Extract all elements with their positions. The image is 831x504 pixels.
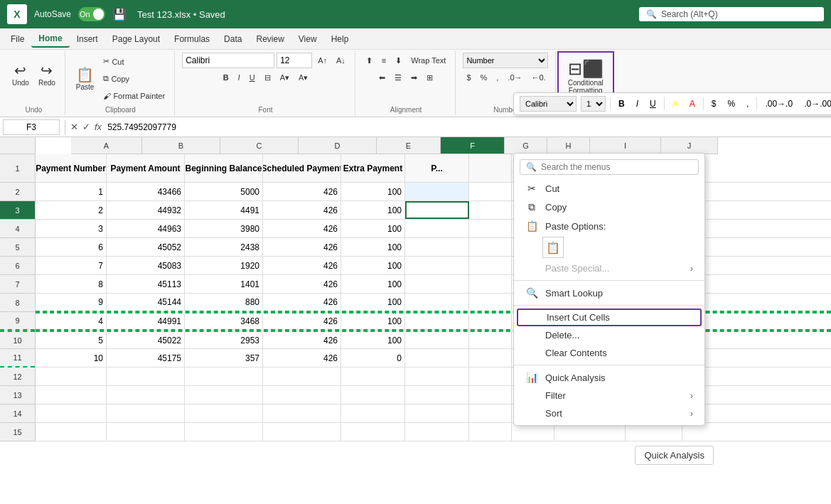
- mini-decrease-decimal[interactable]: .00→.0: [761, 97, 796, 110]
- row-num-5[interactable]: 5: [0, 238, 35, 257]
- cell-c7[interactable]: 1401: [185, 275, 263, 293]
- format-painter-button[interactable]: 🖌Format Painter: [100, 88, 168, 104]
- cell-b6[interactable]: 45083: [107, 257, 185, 274]
- increase-decimal-button[interactable]: .0→: [504, 70, 525, 85]
- menu-view[interactable]: View: [291, 31, 324, 47]
- paste-icon-btn[interactable]: 📋: [542, 237, 564, 258]
- menu-insert[interactable]: Insert: [70, 31, 105, 47]
- cell-e6[interactable]: 100: [341, 257, 405, 274]
- ctx-paste-options[interactable]: 📋 Paste Options:: [514, 217, 704, 235]
- ctx-paste-special[interactable]: Paste Special... ›: [514, 259, 704, 277]
- cell-g10[interactable]: [469, 332, 512, 348]
- cell-e11[interactable]: 0: [341, 349, 405, 367]
- mini-percent[interactable]: %: [724, 97, 739, 110]
- cell-e7[interactable]: 100: [341, 275, 405, 293]
- cell-g7[interactable]: [469, 275, 512, 293]
- row-num-9[interactable]: 9: [0, 312, 35, 331]
- accounting-button[interactable]: $: [463, 70, 474, 85]
- mini-font-color[interactable]: A: [686, 97, 699, 110]
- cell-c10[interactable]: 2953: [185, 332, 263, 348]
- search-menu-input[interactable]: [541, 162, 692, 172]
- menu-help[interactable]: Help: [324, 31, 356, 47]
- cell-f8[interactable]: [405, 294, 469, 311]
- border-button[interactable]: ⊟: [261, 70, 274, 85]
- col-header-c[interactable]: C: [220, 137, 299, 154]
- cell-c4[interactable]: 3980: [185, 220, 263, 237]
- quick-analysis-button[interactable]: Quick Analysis: [635, 446, 714, 465]
- cell-a5[interactable]: 6: [36, 238, 107, 256]
- cell-b5[interactable]: 45052: [107, 238, 185, 256]
- cell-a8[interactable]: 9: [36, 294, 107, 311]
- wrap-text-button[interactable]: Wrap Text: [407, 53, 449, 68]
- number-format-select[interactable]: Number General Currency: [463, 53, 548, 68]
- cell-c3[interactable]: 4491: [185, 201, 263, 219]
- row-num-11[interactable]: 11: [0, 349, 35, 368]
- cell-g2[interactable]: [469, 183, 512, 200]
- align-center-button[interactable]: ☰: [391, 70, 405, 85]
- cell-d6[interactable]: 426: [263, 257, 341, 274]
- cell-f12[interactable]: [405, 368, 469, 385]
- cell-f9[interactable]: [405, 313, 469, 329]
- row-num-12[interactable]: 12: [0, 368, 35, 386]
- bold-button[interactable]: B: [220, 70, 232, 85]
- cell-g4[interactable]: [469, 220, 512, 237]
- cell-d1[interactable]: Scheduled Payment: [263, 154, 341, 182]
- menu-data[interactable]: Data: [217, 31, 249, 47]
- cell-c11[interactable]: 357: [185, 349, 263, 367]
- cell-a1[interactable]: Payment Number: [36, 154, 107, 182]
- cell-a10[interactable]: 5: [36, 332, 107, 348]
- title-search-box[interactable]: 🔍 Search (Alt+Q): [639, 7, 824, 21]
- row-num-6[interactable]: 6: [0, 257, 35, 275]
- paste-button[interactable]: 📋Paste: [73, 59, 98, 99]
- ctx-copy[interactable]: ⧉ Copy: [514, 198, 704, 217]
- cell-b4[interactable]: 44963: [107, 220, 185, 237]
- menu-file[interactable]: File: [4, 31, 31, 47]
- mini-comma[interactable]: ,: [743, 97, 752, 110]
- ctx-clear-contents[interactable]: Clear Contents: [514, 344, 704, 362]
- cell-e10[interactable]: 100: [341, 332, 405, 348]
- font-name-input[interactable]: [182, 53, 274, 68]
- ctx-quick-analysis[interactable]: 📊 Quick Analysis: [514, 368, 704, 387]
- cell-b3[interactable]: 44932: [107, 201, 185, 219]
- row-num-8[interactable]: 8: [0, 294, 35, 312]
- save-icon[interactable]: 💾: [112, 8, 127, 21]
- cell-d3[interactable]: 426: [263, 201, 341, 219]
- row-num-3[interactable]: 3: [0, 201, 35, 220]
- cell-a6[interactable]: 7: [36, 257, 107, 274]
- cell-b9[interactable]: 44991: [107, 313, 185, 329]
- merge-cells-button[interactable]: ⊞: [423, 70, 436, 85]
- mini-italic-button[interactable]: I: [633, 97, 642, 110]
- cell-e4[interactable]: 100: [341, 220, 405, 237]
- cell-e1[interactable]: Extra Payment: [341, 154, 405, 182]
- cell-g12[interactable]: [469, 368, 512, 385]
- cell-b7[interactable]: 45113: [107, 275, 185, 293]
- undo-button[interactable]: ↩Undo: [9, 53, 33, 95]
- col-header-d[interactable]: D: [299, 137, 377, 154]
- row-num-15[interactable]: 15: [0, 423, 35, 441]
- align-left-button[interactable]: ⬅: [375, 70, 389, 85]
- row-num-1[interactable]: 1: [0, 154, 35, 183]
- align-right-button[interactable]: ➡: [407, 70, 421, 85]
- cell-b8[interactable]: 45144: [107, 294, 185, 311]
- mini-increase-decimal[interactable]: .0→.00: [800, 97, 831, 110]
- cell-a7[interactable]: 8: [36, 275, 107, 293]
- underline-button[interactable]: U: [246, 70, 259, 85]
- cell-g9[interactable]: [469, 313, 512, 329]
- cell-b2[interactable]: 43466: [107, 183, 185, 200]
- ctx-filter[interactable]: Filter ›: [514, 387, 704, 404]
- cut-button[interactable]: ✂Cut: [100, 54, 168, 70]
- cell-f11[interactable]: [405, 349, 469, 367]
- comma-button[interactable]: ,: [493, 70, 502, 85]
- align-middle-button[interactable]: ≡: [378, 53, 390, 68]
- ctx-delete[interactable]: Delete...: [514, 326, 704, 344]
- increase-font-button[interactable]: A↑: [314, 53, 331, 68]
- cell-g11[interactable]: [469, 349, 512, 367]
- cell-f3[interactable]: [405, 201, 469, 219]
- cell-a9[interactable]: 4: [36, 313, 107, 329]
- mini-bold-button[interactable]: B: [615, 97, 628, 110]
- italic-button[interactable]: I: [235, 70, 244, 85]
- mini-size-select[interactable]: 12: [581, 96, 606, 112]
- col-header-f[interactable]: F: [441, 137, 505, 154]
- cell-e12[interactable]: [341, 368, 405, 385]
- col-header-e[interactable]: E: [377, 137, 441, 154]
